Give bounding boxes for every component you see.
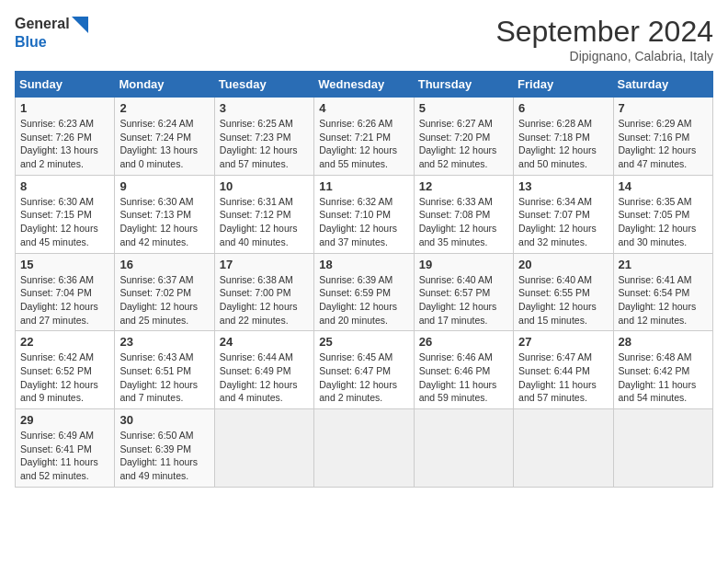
day-info: Sunrise: 6:34 AM Sunset: 7:07 PM Dayligh…	[518, 195, 608, 249]
day-info: Sunrise: 6:40 AM Sunset: 6:55 PM Dayligh…	[518, 273, 608, 327]
day-number: 5	[419, 101, 508, 115]
day-number: 12	[419, 179, 508, 193]
calendar-week-5: 29 Sunrise: 6:49 AM Sunset: 6:41 PM Dayl…	[16, 409, 713, 488]
day-info: Sunrise: 6:39 AM Sunset: 6:59 PM Dayligh…	[319, 273, 408, 327]
calendar-cell: 2 Sunrise: 6:24 AM Sunset: 7:24 PM Dayli…	[115, 98, 214, 176]
calendar-cell: 17 Sunrise: 6:38 AM Sunset: 7:00 PM Dayl…	[214, 253, 313, 331]
day-number: 17	[220, 258, 309, 271]
day-number: 23	[119, 335, 209, 349]
column-header-saturday: Saturday	[613, 72, 712, 98]
calendar-week-3: 15 Sunrise: 6:36 AM Sunset: 7:04 PM Dayl…	[16, 253, 713, 331]
column-header-thursday: Thursday	[414, 72, 513, 98]
month-title: September 2024	[495, 15, 713, 49]
calendar-cell: 26 Sunrise: 6:46 AM Sunset: 6:46 PM Dayl…	[414, 331, 513, 409]
calendar-cell: 5 Sunrise: 6:27 AM Sunset: 7:20 PM Dayli…	[414, 98, 513, 176]
day-info: Sunrise: 6:25 AM Sunset: 7:23 PM Dayligh…	[220, 117, 309, 171]
day-info: Sunrise: 6:48 AM Sunset: 6:42 PM Dayligh…	[619, 350, 708, 405]
calendar-cell: 9 Sunrise: 6:30 AM Sunset: 7:13 PM Dayli…	[115, 175, 214, 253]
calendar-cell: 6 Sunrise: 6:28 AM Sunset: 7:18 PM Dayli…	[514, 98, 613, 176]
calendar-cell: 12 Sunrise: 6:33 AM Sunset: 7:08 PM Dayl…	[414, 175, 513, 253]
day-number: 14	[619, 179, 708, 193]
day-info: Sunrise: 6:47 AM Sunset: 6:44 PM Dayligh…	[518, 350, 608, 405]
day-info: Sunrise: 6:41 AM Sunset: 6:54 PM Dayligh…	[619, 273, 708, 327]
day-number: 3	[220, 101, 309, 115]
header-row: SundayMondayTuesdayWednesdayThursdayFrid…	[16, 72, 713, 98]
day-number: 29	[20, 413, 109, 427]
calendar-cell: 30 Sunrise: 6:50 AM Sunset: 6:39 PM Dayl…	[115, 409, 214, 488]
calendar-cell: 10 Sunrise: 6:31 AM Sunset: 7:12 PM Dayl…	[214, 175, 313, 253]
calendar-cell: 25 Sunrise: 6:45 AM Sunset: 6:47 PM Dayl…	[314, 331, 414, 409]
calendar-cell	[214, 409, 313, 488]
logo: General Blue	[15, 15, 88, 51]
day-number: 1	[20, 101, 109, 115]
svg-marker-0	[72, 17, 88, 33]
day-info: Sunrise: 6:49 AM Sunset: 6:41 PM Dayligh…	[20, 429, 109, 483]
logo-text: General Blue	[15, 15, 88, 51]
calendar-table: SundayMondayTuesdayWednesdayThursdayFrid…	[15, 71, 713, 488]
day-info: Sunrise: 6:36 AM Sunset: 7:04 PM Dayligh…	[20, 273, 109, 327]
logo-arrow-icon	[72, 17, 88, 33]
calendar-cell: 28 Sunrise: 6:48 AM Sunset: 6:42 PM Dayl…	[613, 331, 712, 409]
day-info: Sunrise: 6:44 AM Sunset: 6:49 PM Dayligh…	[220, 350, 309, 405]
calendar-cell: 14 Sunrise: 6:35 AM Sunset: 7:05 PM Dayl…	[613, 175, 712, 253]
calendar-cell: 7 Sunrise: 6:29 AM Sunset: 7:16 PM Dayli…	[613, 98, 712, 176]
day-info: Sunrise: 6:46 AM Sunset: 6:46 PM Dayligh…	[419, 350, 508, 405]
day-number: 4	[319, 101, 408, 115]
column-header-tuesday: Tuesday	[214, 72, 313, 98]
calendar-cell: 4 Sunrise: 6:26 AM Sunset: 7:21 PM Dayli…	[314, 98, 414, 176]
day-number: 27	[518, 335, 608, 349]
day-number: 18	[319, 258, 408, 271]
calendar-cell	[414, 409, 513, 488]
day-number: 28	[619, 335, 708, 349]
calendar-cell	[514, 409, 613, 488]
calendar-cell: 21 Sunrise: 6:41 AM Sunset: 6:54 PM Dayl…	[613, 253, 712, 331]
calendar-cell: 23 Sunrise: 6:43 AM Sunset: 6:51 PM Dayl…	[115, 331, 214, 409]
day-number: 8	[20, 179, 109, 193]
column-header-sunday: Sunday	[16, 72, 115, 98]
day-info: Sunrise: 6:26 AM Sunset: 7:21 PM Dayligh…	[319, 117, 408, 171]
page-header: General Blue September 2024 Dipignano, C…	[15, 15, 713, 63]
day-info: Sunrise: 6:23 AM Sunset: 7:26 PM Dayligh…	[20, 117, 109, 171]
calendar-cell: 16 Sunrise: 6:37 AM Sunset: 7:02 PM Dayl…	[115, 253, 214, 331]
day-info: Sunrise: 6:43 AM Sunset: 6:51 PM Dayligh…	[119, 350, 209, 405]
day-info: Sunrise: 6:37 AM Sunset: 7:02 PM Dayligh…	[119, 273, 209, 327]
calendar-cell: 11 Sunrise: 6:32 AM Sunset: 7:10 PM Dayl…	[314, 175, 414, 253]
day-info: Sunrise: 6:28 AM Sunset: 7:18 PM Dayligh…	[518, 117, 608, 171]
calendar-week-4: 22 Sunrise: 6:42 AM Sunset: 6:52 PM Dayl…	[16, 331, 713, 409]
column-header-friday: Friday	[514, 72, 613, 98]
day-info: Sunrise: 6:50 AM Sunset: 6:39 PM Dayligh…	[119, 429, 209, 483]
calendar-cell: 1 Sunrise: 6:23 AM Sunset: 7:26 PM Dayli…	[16, 98, 115, 176]
day-number: 24	[220, 335, 309, 349]
day-number: 30	[119, 413, 209, 427]
day-number: 16	[119, 258, 209, 271]
day-info: Sunrise: 6:30 AM Sunset: 7:13 PM Dayligh…	[119, 195, 209, 249]
column-header-monday: Monday	[115, 72, 214, 98]
day-info: Sunrise: 6:24 AM Sunset: 7:24 PM Dayligh…	[119, 117, 209, 171]
day-number: 9	[119, 179, 209, 193]
day-info: Sunrise: 6:32 AM Sunset: 7:10 PM Dayligh…	[319, 195, 408, 249]
day-number: 22	[20, 335, 109, 349]
calendar-cell	[314, 409, 414, 488]
day-info: Sunrise: 6:30 AM Sunset: 7:15 PM Dayligh…	[20, 195, 109, 249]
day-info: Sunrise: 6:27 AM Sunset: 7:20 PM Dayligh…	[419, 117, 508, 171]
location-subtitle: Dipignano, Calabria, Italy	[495, 49, 713, 63]
calendar-cell: 24 Sunrise: 6:44 AM Sunset: 6:49 PM Dayl…	[214, 331, 313, 409]
day-number: 21	[619, 258, 708, 271]
calendar-cell: 22 Sunrise: 6:42 AM Sunset: 6:52 PM Dayl…	[16, 331, 115, 409]
day-number: 20	[518, 258, 608, 271]
day-info: Sunrise: 6:29 AM Sunset: 7:16 PM Dayligh…	[619, 117, 708, 171]
day-info: Sunrise: 6:45 AM Sunset: 6:47 PM Dayligh…	[319, 350, 408, 405]
calendar-cell: 29 Sunrise: 6:49 AM Sunset: 6:41 PM Dayl…	[16, 409, 115, 488]
day-number: 25	[319, 335, 408, 349]
calendar-cell: 20 Sunrise: 6:40 AM Sunset: 6:55 PM Dayl…	[514, 253, 613, 331]
day-info: Sunrise: 6:35 AM Sunset: 7:05 PM Dayligh…	[619, 195, 708, 249]
calendar-cell: 18 Sunrise: 6:39 AM Sunset: 6:59 PM Dayl…	[314, 253, 414, 331]
day-number: 19	[419, 258, 508, 271]
day-info: Sunrise: 6:42 AM Sunset: 6:52 PM Dayligh…	[20, 350, 109, 405]
day-number: 6	[518, 101, 608, 115]
day-info: Sunrise: 6:40 AM Sunset: 6:57 PM Dayligh…	[419, 273, 508, 327]
day-number: 7	[619, 101, 708, 115]
day-number: 13	[518, 179, 608, 193]
title-block: September 2024 Dipignano, Calabria, Ital…	[495, 15, 713, 63]
day-number: 2	[119, 101, 209, 115]
